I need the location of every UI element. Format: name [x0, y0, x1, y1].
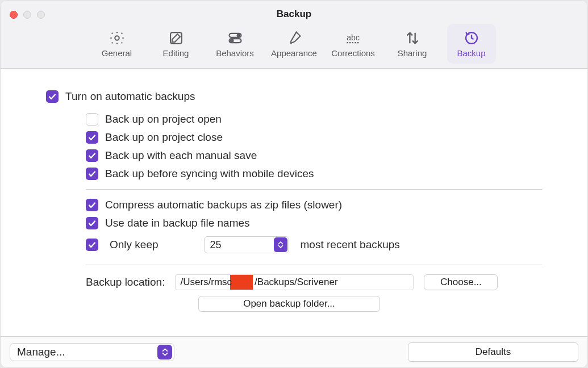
svg-point-5	[230, 39, 233, 42]
path-suffix: /Backups/Scrivener	[255, 277, 337, 288]
tab-sharing[interactable]: Sharing	[388, 24, 437, 64]
label-backup-on-save: Back up with each manual save	[105, 150, 257, 162]
check-icon	[48, 92, 57, 101]
label-backup-on-open: Back up on project open	[105, 114, 222, 126]
separator	[86, 265, 542, 265]
backup-pane: Turn on automatic backups Back up on pro…	[1, 69, 587, 336]
window-title: Backup	[1, 9, 587, 20]
tab-label: Behaviors	[216, 48, 254, 58]
backup-path-field[interactable]: /Users/rmsc /Backups/Scrivener	[175, 274, 414, 290]
redaction-block	[230, 275, 253, 290]
tab-label: Appearance	[271, 48, 317, 58]
open-backup-folder-label: Open backup folder...	[243, 298, 335, 310]
label-auto-backups: Turn on automatic backups	[65, 91, 195, 103]
checkbox-auto-backups[interactable]	[46, 90, 59, 103]
label-backup-location: Backup location:	[86, 276, 165, 288]
manage-value: Manage...	[10, 345, 73, 359]
checkbox-only-keep[interactable]	[86, 239, 98, 251]
tab-appearance[interactable]: Appearance	[270, 24, 319, 64]
svg-text:abc: abc	[347, 32, 360, 41]
choose-label: Choose...	[440, 277, 482, 288]
manage-select[interactable]: Manage...	[10, 343, 174, 361]
tab-label: Backup	[457, 48, 485, 58]
titlebar: Backup General Editing Behaviors Appeara…	[1, 1, 587, 69]
checkbox-compress[interactable]	[86, 199, 98, 211]
check-icon	[87, 240, 97, 249]
footer: Manage... Defaults	[1, 336, 587, 367]
stepper-icon	[274, 237, 287, 252]
label-backup-on-close: Back up on project close	[105, 132, 223, 144]
defaults-button[interactable]: Defaults	[408, 342, 578, 362]
tab-label: Sharing	[398, 48, 427, 58]
open-backup-folder-button[interactable]: Open backup folder...	[198, 296, 380, 312]
tab-label: Corrections	[331, 48, 375, 58]
edit-icon	[166, 30, 186, 46]
prefs-toolbar: General Editing Behaviors Appearance abc…	[1, 24, 587, 64]
label-only-keep: Only keep	[110, 239, 159, 251]
separator	[86, 189, 542, 190]
label-only-keep-suffix: most recent backups	[301, 239, 400, 251]
tab-behaviors[interactable]: Behaviors	[211, 24, 260, 64]
keep-count-value: 25	[205, 238, 227, 252]
backup-icon	[461, 30, 482, 46]
checkbox-backup-before-sync[interactable]	[86, 168, 98, 180]
path-prefix: /Users/rmsc	[180, 277, 232, 288]
label-use-date: Use date in backup file names	[105, 218, 250, 229]
tab-backup[interactable]: Backup	[447, 24, 496, 64]
tab-label: General	[102, 48, 132, 58]
checkbox-backup-on-save[interactable]	[86, 149, 98, 162]
label-backup-before-sync: Back up before syncing with mobile devic…	[105, 168, 314, 180]
choose-button[interactable]: Choose...	[424, 274, 498, 290]
label-compress: Compress automatic backups as zip files …	[105, 199, 342, 211]
abc-icon: abc	[343, 30, 364, 46]
tab-general[interactable]: General	[93, 24, 141, 64]
check-icon	[87, 151, 97, 160]
toggles-icon	[225, 30, 245, 46]
brush-icon	[284, 30, 305, 46]
check-icon	[87, 169, 97, 178]
tab-editing[interactable]: Editing	[152, 24, 201, 64]
keep-count-select[interactable]: 25	[204, 236, 289, 253]
preferences-window: Backup General Editing Behaviors Appeara…	[0, 0, 588, 368]
stepper-icon	[157, 345, 172, 359]
defaults-label: Defaults	[476, 346, 511, 358]
svg-point-0	[115, 36, 119, 40]
tab-corrections[interactable]: abc Corrections	[329, 24, 378, 64]
checkbox-backup-on-close[interactable]	[86, 131, 98, 144]
checkbox-use-date[interactable]	[86, 217, 98, 229]
gear-icon	[107, 30, 127, 46]
svg-point-3	[237, 34, 240, 37]
tab-label: Editing	[163, 48, 189, 58]
check-icon	[87, 133, 97, 142]
check-icon	[87, 200, 97, 210]
checkbox-backup-on-open[interactable]	[86, 113, 98, 126]
check-icon	[87, 219, 97, 228]
sharing-arrows-icon	[402, 30, 423, 46]
